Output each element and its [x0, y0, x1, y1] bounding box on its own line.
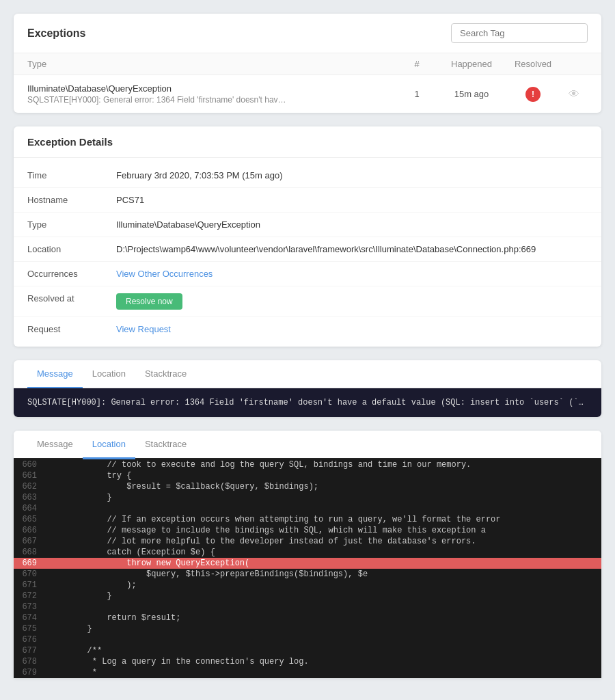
top-tabs-panel: Message Location Stacktrace SQLSTATE[HY0… — [14, 360, 601, 417]
table-header-row: Type # Happened Resolved — [14, 53, 601, 75]
line-number: 676 — [14, 635, 48, 645]
exception-action-cell[interactable]: 👁 — [560, 88, 588, 100]
detail-value-hostname: PCS71 — [116, 195, 588, 205]
detail-label-resolved: Resolved at — [27, 293, 116, 304]
eye-icon[interactable]: 👁 — [569, 88, 579, 100]
exceptions-table: Type # Happened Resolved Illuminate\Data… — [14, 53, 601, 113]
code-line: 674 return $result; — [14, 612, 601, 623]
line-content: // message to include the bindings with … — [48, 526, 486, 535]
detail-value-time: February 3rd 2020, 7:03:53 PM (15m ago) — [116, 170, 588, 180]
detail-value-request[interactable]: View Request — [116, 324, 588, 334]
error-badge: ! — [525, 87, 541, 102]
exceptions-header: Exceptions — [14, 14, 601, 53]
code-line: 667 // lot more helpful to the developer… — [14, 536, 601, 547]
col-header-happened: Happened — [437, 59, 506, 69]
tab-stacktrace-top[interactable]: Stacktrace — [135, 360, 196, 388]
code-line: 668 catch (Exception $e) { — [14, 547, 601, 558]
code-line: 663 } — [14, 492, 601, 503]
exception-type-cell: Illuminate\Database\QueryException SQLST… — [27, 83, 396, 105]
exception-row[interactable]: Illuminate\Database\QueryException SQLST… — [14, 75, 601, 113]
line-content: $result = $callback($query, $bindings); — [48, 482, 318, 492]
col-header-resolved: Resolved — [506, 59, 560, 69]
line-content: return $result; — [48, 613, 180, 623]
exception-resolved-cell: ! — [506, 87, 560, 102]
line-number: 668 — [14, 548, 48, 557]
details-header: Exception Details — [14, 126, 601, 158]
detail-label-type: Type — [27, 219, 116, 230]
exception-count-cell: 1 — [396, 89, 437, 99]
line-number: 672 — [14, 591, 48, 601]
detail-row-hostname: Hostname PCS71 — [14, 188, 601, 213]
exception-happened-cell: 15m ago — [437, 89, 506, 99]
code-line: 666 // message to include the bindings w… — [14, 525, 601, 536]
line-content: * Log a query in the connection's query … — [48, 657, 309, 667]
bottom-tabs-nav: Message Location Stacktrace — [14, 431, 601, 459]
code-line: 665 // If an exception occurs when attem… — [14, 514, 601, 525]
detail-row-location: Location D:\Projects\wamp64\www\voluntee… — [14, 237, 601, 262]
detail-row-type: Type Illuminate\Database\QueryException — [14, 213, 601, 237]
code-line: 660 // took to execute and log the query… — [14, 459, 601, 470]
exception-happened: 15m ago — [437, 89, 506, 99]
view-occurrences-link[interactable]: View Other Occurrences — [116, 269, 213, 279]
line-content: // lot more helpful to the developer ins… — [48, 537, 476, 546]
line-number: 665 — [14, 515, 48, 524]
line-number: 664 — [14, 504, 48, 513]
code-line: 679 * — [14, 667, 601, 678]
line-content: } — [48, 591, 112, 601]
exception-details-panel: Exception Details Time February 3rd 2020… — [14, 126, 601, 347]
line-content: * — [48, 668, 97, 677]
line-number: 674 — [14, 613, 48, 623]
line-content: throw new QueryException( — [48, 558, 249, 568]
line-number: 675 — [14, 624, 48, 634]
line-content: ); — [48, 580, 137, 590]
code-line: 672 } — [14, 591, 601, 602]
line-content: catch (Exception $e) { — [48, 548, 215, 557]
line-content: // If an exception occurs when attemptin… — [48, 515, 501, 524]
detail-value-location: D:\Projects\wamp64\www\volunteer\vendor\… — [116, 244, 588, 254]
line-content: } — [48, 624, 92, 634]
line-content: $query, $this->prepareBindings($bindings… — [48, 569, 368, 579]
details-title: Exception Details — [27, 136, 113, 148]
tab-location-top[interactable]: Location — [83, 360, 135, 388]
line-number: 671 — [14, 580, 48, 590]
detail-value-type: Illuminate\Database\QueryException — [116, 219, 588, 230]
detail-label-hostname: Hostname — [27, 195, 116, 205]
bottom-tabs-panel: Message Location Stacktrace 660 // took … — [14, 431, 601, 678]
exceptions-panel: Exceptions Type # Happened Resolved Illu… — [14, 14, 601, 113]
view-request-link[interactable]: View Request — [116, 324, 171, 334]
code-line: 662 $result = $callback($query, $binding… — [14, 481, 601, 492]
code-line: 675 } — [14, 623, 601, 634]
detail-label-request: Request — [27, 324, 116, 334]
detail-value-occurrences[interactable]: View Other Occurrences — [116, 269, 588, 279]
search-tag-input[interactable] — [451, 23, 588, 43]
code-block: 660 // took to execute and log the query… — [14, 459, 601, 678]
line-number: 670 — [14, 569, 48, 579]
tab-stacktrace-bottom[interactable]: Stacktrace — [135, 431, 196, 459]
detail-value-resolved[interactable]: Resolve now — [116, 293, 588, 310]
code-line: 670 $query, $this->prepareBindings($bind… — [14, 569, 601, 580]
line-number: 679 — [14, 668, 48, 677]
detail-label-location: Location — [27, 244, 116, 254]
detail-row-request: Request View Request — [14, 317, 601, 341]
col-header-type: Type — [27, 59, 396, 69]
code-line: 677 /** — [14, 645, 601, 656]
exception-name: Illuminate\Database\QueryException — [27, 83, 396, 94]
code-line: 669 throw new QueryException( — [14, 558, 601, 569]
code-line: 676 — [14, 634, 601, 645]
tab-message-top[interactable]: Message — [27, 360, 83, 388]
tab-message-bottom[interactable]: Message — [27, 431, 83, 459]
line-number: 666 — [14, 526, 48, 535]
detail-row-resolved: Resolved at Resolve now — [14, 286, 601, 317]
message-block: SQLSTATE[HY000]: General error: 1364 Fie… — [14, 388, 601, 417]
tab-location-bottom[interactable]: Location — [83, 431, 135, 459]
resolve-now-button[interactable]: Resolve now — [116, 293, 182, 310]
top-tabs-nav: Message Location Stacktrace — [14, 360, 601, 388]
exception-count: 1 — [396, 89, 437, 99]
line-number: 661 — [14, 471, 48, 481]
detail-row-time: Time February 3rd 2020, 7:03:53 PM (15m … — [14, 163, 601, 188]
code-line: 671 ); — [14, 580, 601, 591]
line-number: 660 — [14, 460, 48, 470]
line-content: } — [48, 493, 112, 502]
message-content: SQLSTATE[HY000]: General error: 1364 Fie… — [27, 398, 601, 407]
error-badge-icon: ! — [532, 90, 534, 99]
